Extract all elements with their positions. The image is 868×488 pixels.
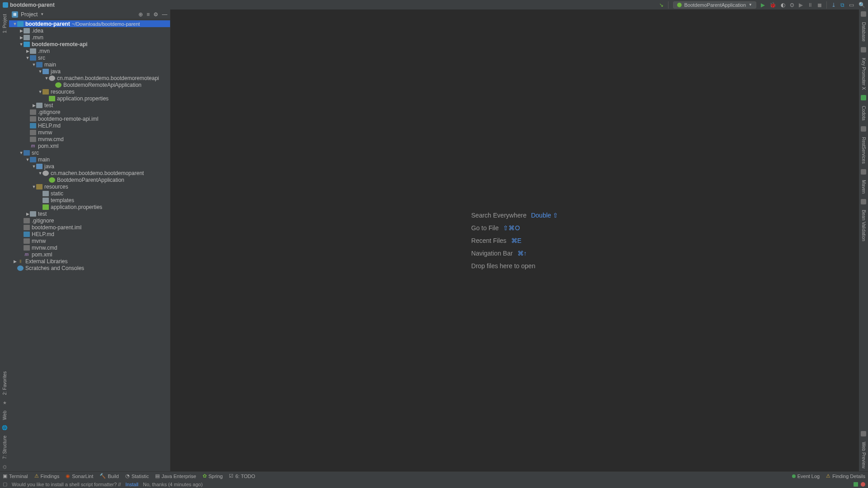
folder-src[interactable]: src — [9, 54, 170, 61]
inspector-icon[interactable] — [861, 482, 865, 487]
class-remote-app[interactable]: BootdemoRemoteApiApplication — [9, 81, 170, 88]
chevron-down-icon[interactable]: ▼ — [40, 12, 44, 16]
codota-icon[interactable] — [861, 95, 866, 100]
build-tab[interactable]: 🔨Build — [100, 473, 119, 479]
expand-arrow-icon[interactable] — [19, 35, 24, 40]
run-configuration-selector[interactable]: BootdemoParentApplication ▼ — [673, 1, 756, 9]
file-pom[interactable]: mpom.xml — [9, 142, 170, 149]
status-install-link[interactable]: Install — [125, 482, 138, 487]
project-root[interactable]: bootdemo-parent~/Downloads/bootdemo-pare… — [9, 20, 170, 27]
project-panel-title[interactable]: Project — [21, 11, 38, 18]
folder-resources[interactable]: resources — [9, 88, 170, 95]
tool-windows-icon[interactable]: ▢ — [3, 481, 7, 487]
expand-arrow-icon[interactable] — [32, 62, 36, 67]
todo-tab[interactable]: ☑6: TODO — [229, 473, 255, 479]
hide-icon[interactable]: — — [162, 11, 167, 18]
rest-icon[interactable] — [861, 126, 866, 132]
run-button[interactable]: ▶ — [761, 2, 765, 8]
expand-arrow-icon[interactable] — [44, 76, 49, 81]
expand-arrow-icon[interactable] — [25, 157, 30, 162]
file-mvnw[interactable]: mvnw — [9, 129, 170, 136]
folder-static[interactable]: static — [9, 190, 170, 197]
folder-test-2[interactable]: test — [9, 210, 170, 217]
file-iml[interactable]: bootdemo-remote-api.iml — [9, 115, 170, 122]
sonarlint-tab[interactable]: ◉SonarLint — [66, 473, 93, 479]
git-update-icon[interactable]: ⤓ — [831, 2, 836, 8]
gutter-database[interactable]: Database — [860, 19, 867, 44]
file-help-md[interactable]: HELP.md — [9, 122, 170, 129]
file-mvnw-cmd-2[interactable]: mvnw.cmd — [9, 244, 170, 251]
folder-mvn[interactable]: .mvn — [9, 34, 170, 41]
gutter-project[interactable]: 1: Project — [1, 11, 8, 36]
gutter-structure[interactable]: 7: Structure — [1, 433, 8, 462]
folder-mvn-2[interactable]: .mvn — [9, 47, 170, 54]
expand-arrow-icon[interactable] — [25, 212, 30, 216]
event-log-tab[interactable]: Event Log — [792, 474, 820, 479]
select-opened-file-icon[interactable]: ⊕ — [138, 11, 143, 18]
findings-tab[interactable]: ⚠Findings — [34, 473, 60, 479]
expand-arrow-icon[interactable] — [38, 171, 43, 175]
folder-test[interactable]: test — [9, 102, 170, 109]
expand-arrow-icon[interactable] — [19, 151, 24, 155]
code-with-me-icon[interactable]: ⧉ — [840, 2, 844, 8]
terminal-tab[interactable]: ▣Terminal — [3, 473, 28, 479]
db-icon[interactable] — [861, 11, 866, 17]
file-mvnw-cmd[interactable]: mvnw.cmd — [9, 136, 170, 142]
expand-arrow-icon[interactable] — [13, 259, 17, 264]
spring-tab[interactable]: ✿Spring — [203, 473, 223, 479]
folder-idea[interactable]: .idea — [9, 27, 170, 34]
bean-icon[interactable] — [861, 199, 866, 204]
debug-button[interactable]: 🐞 — [769, 2, 776, 8]
expand-arrow-icon[interactable] — [19, 42, 24, 47]
class-parent-app[interactable]: BootdemoParentApplication — [9, 176, 170, 183]
file-iml-2[interactable]: bootdemo-parent.iml — [9, 224, 170, 231]
file-mvnw-2[interactable]: mvnw — [9, 237, 170, 244]
file-app-props[interactable]: application.properties — [9, 95, 170, 102]
memory-indicator-icon[interactable] — [854, 482, 858, 487]
gutter-keypromoter[interactable]: Key Promoter X — [860, 55, 867, 93]
hammer-icon[interactable]: ↘ — [659, 2, 664, 8]
gutter-bean[interactable]: Bean Validation — [860, 207, 867, 244]
web-preview-icon[interactable] — [861, 431, 866, 436]
statistic-tab[interactable]: ◔Statistic — [125, 473, 149, 479]
expand-arrow-icon[interactable] — [38, 90, 43, 94]
gutter-web[interactable]: Web — [1, 408, 8, 422]
java-ee-tab[interactable]: ▤Java Enterprise — [155, 473, 196, 479]
file-gitignore[interactable]: .gitignore — [9, 109, 170, 115]
expand-arrow-icon[interactable] — [13, 22, 17, 26]
expand-arrow-icon[interactable] — [38, 69, 43, 74]
profile-button[interactable]: ⊙ — [790, 2, 794, 8]
project-tree[interactable]: bootdemo-parent~/Downloads/bootdemo-pare… — [9, 19, 170, 471]
maven-icon[interactable] — [861, 169, 866, 175]
keypromoter-icon[interactable] — [861, 47, 866, 52]
finding-details-tab[interactable]: ⚠Finding Details — [826, 473, 865, 479]
gear-icon[interactable]: ⚙ — [153, 11, 158, 18]
expand-arrow-icon[interactable] — [25, 49, 30, 53]
gutter-rest[interactable]: RestServices — [860, 134, 867, 166]
expand-arrow-icon[interactable] — [32, 103, 36, 108]
expand-arrow-icon[interactable] — [32, 185, 36, 189]
module-remote-api[interactable]: bootdemo-remote-api — [9, 41, 170, 47]
folder-java-2[interactable]: java — [9, 163, 170, 170]
folder-main[interactable]: main — [9, 61, 170, 68]
expand-arrow-icon[interactable] — [19, 28, 24, 33]
split-icon[interactable]: ▭ — [849, 2, 854, 8]
external-libraries[interactable]: ⫴External Libraries — [9, 258, 170, 265]
editor-empty-state[interactable]: Search EverywhereDouble ⇧ Go to File⇧⌘O … — [171, 9, 859, 471]
folder-src-2[interactable]: src — [9, 149, 170, 156]
folder-main-2[interactable]: main — [9, 156, 170, 163]
file-app-props-2[interactable]: application.properties — [9, 204, 170, 210]
coverage-button[interactable]: ◐ — [781, 2, 785, 8]
expand-arrow-icon[interactable] — [25, 56, 30, 60]
folder-java[interactable]: java — [9, 68, 170, 75]
gutter-web-preview[interactable]: Web Preview — [860, 439, 867, 471]
file-pom-2[interactable]: mpom.xml — [9, 251, 170, 258]
folder-resources-2[interactable]: resources — [9, 183, 170, 190]
gutter-favorites[interactable]: 2: Favorites — [1, 369, 8, 398]
scratches[interactable]: Scratches and Consoles — [9, 265, 170, 271]
expand-all-icon[interactable]: ≡ — [147, 11, 150, 18]
expand-arrow-icon[interactable] — [32, 164, 36, 169]
gutter-codota[interactable]: Codota — [860, 103, 867, 123]
search-everywhere-icon[interactable]: 🔍 — [859, 2, 865, 8]
package[interactable]: cn.machen.bootdemo.bootdemoremoteapi — [9, 75, 170, 81]
